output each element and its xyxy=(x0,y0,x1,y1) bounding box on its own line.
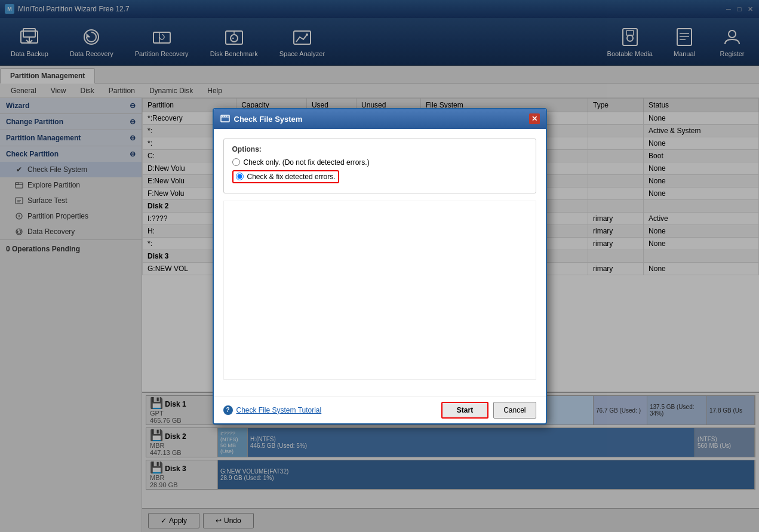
svg-point-30 xyxy=(222,115,223,116)
svg-point-31 xyxy=(224,115,225,116)
start-button[interactable]: Start xyxy=(441,402,488,419)
options-group: Options: Check only. (Do not fix detecte… xyxy=(223,139,536,193)
modal-footer-left: ? Check File System Tutorial xyxy=(223,405,322,415)
modal-title-group: Check File System xyxy=(220,113,303,125)
modal-close-button[interactable]: ✕ xyxy=(529,113,540,124)
option-check-fix[interactable]: Check & fix detected errors. xyxy=(232,170,527,183)
option-check-only[interactable]: Check only. (Do not fix detected errors.… xyxy=(232,158,527,167)
modal-body: Options: Check only. (Do not fix detecte… xyxy=(214,129,546,396)
radio-check-only[interactable] xyxy=(232,158,240,166)
options-label: Options: xyxy=(232,145,527,153)
help-icon[interactable]: ? xyxy=(223,405,233,415)
modal-empty-area xyxy=(223,201,536,380)
cancel-button[interactable]: Cancel xyxy=(493,402,536,419)
radio-check-fix[interactable] xyxy=(236,173,244,180)
modal-header: Check File System ✕ xyxy=(214,109,546,129)
modal-footer-right: Start Cancel xyxy=(441,402,536,419)
modal-overlay: Check File System ✕ Options: Check only.… xyxy=(0,0,759,532)
check-file-system-modal: Check File System ✕ Options: Check only.… xyxy=(213,108,547,425)
modal-header-icon xyxy=(220,113,231,125)
tutorial-link[interactable]: Check File System Tutorial xyxy=(236,406,322,414)
svg-point-32 xyxy=(226,115,227,116)
modal-title-text: Check File System xyxy=(234,115,303,124)
modal-footer: ? Check File System Tutorial Start Cance… xyxy=(214,396,546,423)
option-selected-border: Check & fix detected errors. xyxy=(232,170,339,183)
